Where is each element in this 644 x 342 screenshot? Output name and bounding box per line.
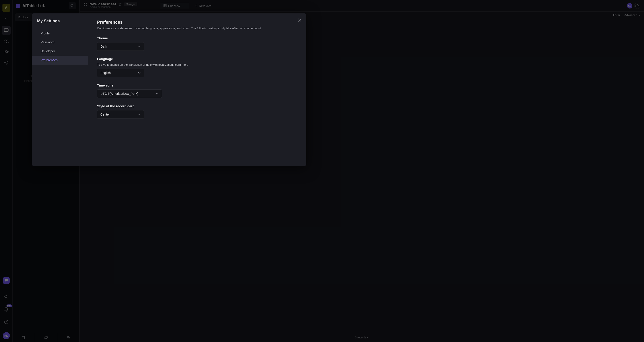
- record-card-select[interactable]: Center: [97, 110, 144, 119]
- nav-developer[interactable]: Developer: [32, 47, 88, 56]
- chevron-down-icon: [138, 114, 141, 115]
- theme-value: Dark: [100, 45, 107, 48]
- timezone-select[interactable]: UTC-5(America/New_York): [97, 90, 162, 98]
- modal-content: Preferences Configure your preferences, …: [88, 14, 306, 166]
- record-card-field: Style of the record card Center: [97, 104, 298, 119]
- chevron-down-icon: [138, 72, 141, 74]
- timezone-value: UTC-5(America/New_York): [100, 92, 138, 96]
- learn-more-link[interactable]: learn more: [174, 63, 188, 66]
- preferences-heading: Preferences: [97, 20, 298, 25]
- language-label: Language: [97, 57, 298, 61]
- language-help: To give feedback on the translation or h…: [97, 63, 298, 66]
- timezone-label: Time zone: [97, 84, 298, 87]
- modal-title: My Settings: [32, 19, 88, 29]
- timezone-field: Time zone UTC-5(America/New_York): [97, 84, 298, 98]
- theme-label: Theme: [97, 36, 298, 40]
- nav-password[interactable]: Password: [32, 38, 88, 47]
- language-value: English: [100, 71, 111, 75]
- nav-profile[interactable]: Profile: [32, 29, 88, 38]
- chevron-down-icon: [138, 46, 141, 48]
- modal-sidebar: My Settings Profile Password Developer P…: [32, 14, 88, 166]
- record-card-label: Style of the record card: [97, 104, 298, 108]
- settings-modal: My Settings Profile Password Developer P…: [32, 14, 306, 166]
- record-card-value: Center: [100, 113, 110, 116]
- theme-field: Theme Dark: [97, 36, 298, 51]
- language-select[interactable]: English: [97, 68, 144, 77]
- preferences-description: Configure your preferences, including la…: [97, 26, 298, 30]
- theme-select[interactable]: Dark: [97, 42, 144, 51]
- close-icon: [298, 18, 302, 22]
- modal-close-button[interactable]: [297, 18, 302, 23]
- language-field: Language To give feedback on the transla…: [97, 57, 298, 77]
- chevron-down-icon: [156, 93, 158, 94]
- nav-preferences[interactable]: Preferences: [32, 56, 88, 64]
